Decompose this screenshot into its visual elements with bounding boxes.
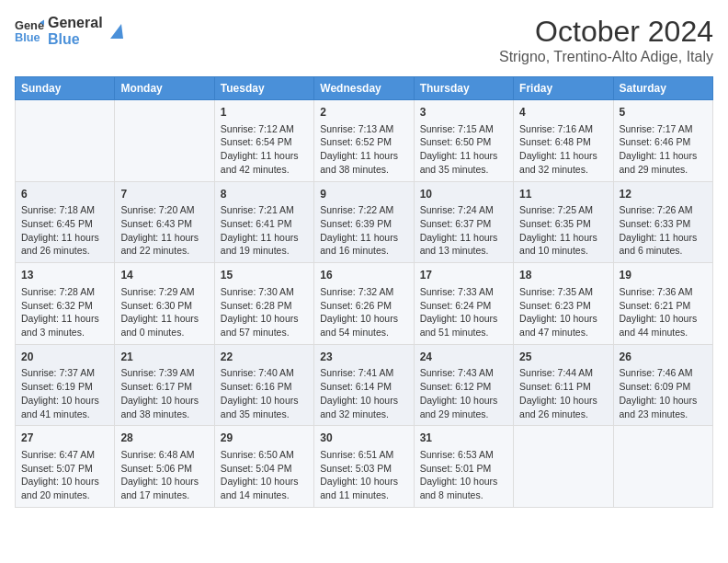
calendar-cell: 16Sunrise: 7:32 AMSunset: 6:26 PMDayligh… <box>314 263 414 345</box>
calendar-cell: 22Sunrise: 7:40 AMSunset: 6:16 PMDayligh… <box>214 344 313 426</box>
day-number: 11 <box>519 187 607 202</box>
day-number: 6 <box>21 187 108 202</box>
day-info: Daylight: 11 hours and 3 minutes. <box>21 312 108 339</box>
day-info: Sunrise: 7:20 AM <box>120 203 208 217</box>
day-number: 10 <box>420 187 507 202</box>
day-info: Sunset: 6:43 PM <box>120 217 208 231</box>
day-number: 24 <box>420 350 507 365</box>
day-info: Daylight: 11 hours and 10 minutes. <box>519 231 607 258</box>
day-info: Daylight: 11 hours and 16 minutes. <box>320 231 407 258</box>
logo: General Blue General Blue <box>15 15 125 48</box>
day-info: Sunrise: 7:12 AM <box>221 122 308 136</box>
day-number: 15 <box>221 268 308 283</box>
day-info: Sunset: 6:17 PM <box>120 380 208 394</box>
logo-triangle-icon <box>107 22 125 40</box>
logo-blue: Blue <box>48 31 103 48</box>
day-info: Sunrise: 7:18 AM <box>21 203 108 217</box>
day-info: Daylight: 11 hours and 32 minutes. <box>519 149 607 176</box>
day-info: Daylight: 10 hours and 8 minutes. <box>420 475 507 501</box>
day-info: Daylight: 11 hours and 29 minutes. <box>620 149 707 176</box>
day-info: Sunset: 6:19 PM <box>21 380 108 394</box>
day-info: Sunrise: 7:36 AM <box>620 285 707 299</box>
day-info: Sunset: 6:32 PM <box>21 299 108 313</box>
day-info: Sunset: 6:28 PM <box>221 299 308 313</box>
day-info: Daylight: 10 hours and 54 minutes. <box>320 312 407 339</box>
day-info: Sunset: 6:41 PM <box>221 217 308 231</box>
day-number: 4 <box>519 105 607 121</box>
header-saturday: Saturday <box>613 77 712 100</box>
day-info: Sunset: 5:07 PM <box>21 462 108 476</box>
calendar-cell <box>514 426 613 508</box>
day-info: Daylight: 10 hours and 20 minutes. <box>21 475 108 501</box>
day-info: Sunrise: 7:41 AM <box>320 366 407 380</box>
calendar-cell: 1Sunrise: 7:12 AMSunset: 6:54 PMDaylight… <box>214 100 313 182</box>
day-number: 30 <box>320 431 407 446</box>
day-number: 29 <box>221 431 308 446</box>
day-info: Sunrise: 7:43 AM <box>420 366 507 380</box>
day-number: 12 <box>620 187 707 202</box>
day-info: Daylight: 10 hours and 29 minutes. <box>420 394 507 420</box>
calendar-cell: 6Sunrise: 7:18 AMSunset: 6:45 PMDaylight… <box>16 181 115 263</box>
calendar-cell: 10Sunrise: 7:24 AMSunset: 6:37 PMDayligh… <box>414 181 513 263</box>
day-info: Sunset: 5:01 PM <box>420 462 507 476</box>
day-info: Sunset: 6:23 PM <box>519 299 607 313</box>
calendar-cell: 2Sunrise: 7:13 AMSunset: 6:52 PMDaylight… <box>314 100 414 182</box>
calendar-cell: 27Sunrise: 6:47 AMSunset: 5:07 PMDayligh… <box>16 426 115 508</box>
day-number: 20 <box>21 350 108 365</box>
day-info: Daylight: 11 hours and 42 minutes. <box>221 149 308 176</box>
day-info: Daylight: 10 hours and 38 minutes. <box>120 394 208 420</box>
month-title: October 2024 <box>499 15 713 49</box>
calendar-cell <box>613 426 712 508</box>
day-info: Sunset: 6:45 PM <box>21 217 108 231</box>
day-number: 2 <box>320 105 407 121</box>
day-info: Sunrise: 7:13 AM <box>320 122 407 136</box>
day-info: Sunrise: 7:22 AM <box>320 203 407 217</box>
day-number: 1 <box>221 105 308 121</box>
day-info: Sunset: 6:30 PM <box>120 299 208 313</box>
calendar-cell: 24Sunrise: 7:43 AMSunset: 6:12 PMDayligh… <box>414 344 513 426</box>
day-info: Sunrise: 7:26 AM <box>620 203 707 217</box>
day-info: Sunset: 6:39 PM <box>320 217 407 231</box>
day-info: Sunrise: 7:21 AM <box>221 203 308 217</box>
day-number: 23 <box>320 350 407 365</box>
day-info: Sunset: 6:37 PM <box>420 217 507 231</box>
calendar-cell: 9Sunrise: 7:22 AMSunset: 6:39 PMDaylight… <box>314 181 414 263</box>
day-info: Daylight: 11 hours and 6 minutes. <box>620 231 707 258</box>
day-info: Sunrise: 7:29 AM <box>120 285 208 299</box>
day-number: 22 <box>221 350 308 365</box>
day-info: Sunrise: 7:16 AM <box>519 122 607 136</box>
day-info: Sunrise: 7:37 AM <box>21 366 108 380</box>
calendar-cell: 19Sunrise: 7:36 AMSunset: 6:21 PMDayligh… <box>613 263 712 345</box>
day-info: Daylight: 10 hours and 11 minutes. <box>320 475 407 501</box>
day-info: Daylight: 11 hours and 22 minutes. <box>120 231 208 258</box>
header-tuesday: Tuesday <box>214 77 313 100</box>
day-number: 14 <box>120 268 208 283</box>
logo-icon: General Blue <box>15 17 44 46</box>
calendar-week-5: 27Sunrise: 6:47 AMSunset: 5:07 PMDayligh… <box>16 426 713 508</box>
day-info: Sunrise: 6:51 AM <box>320 448 407 462</box>
calendar-cell: 7Sunrise: 7:20 AMSunset: 6:43 PMDaylight… <box>115 181 214 263</box>
svg-text:Blue: Blue <box>15 30 40 44</box>
day-number: 26 <box>620 350 707 365</box>
day-info: Sunrise: 7:44 AM <box>519 366 607 380</box>
header-monday: Monday <box>115 77 214 100</box>
day-info: Sunrise: 7:28 AM <box>21 285 108 299</box>
day-info: Sunset: 6:48 PM <box>519 135 607 149</box>
title-block: October 2024 Strigno, Trentino-Alto Adig… <box>499 15 713 65</box>
day-info: Sunrise: 7:30 AM <box>221 285 308 299</box>
day-number: 3 <box>420 105 507 121</box>
calendar-cell: 4Sunrise: 7:16 AMSunset: 6:48 PMDaylight… <box>514 100 613 182</box>
day-info: Sunset: 6:11 PM <box>519 380 607 394</box>
day-info: Sunset: 6:21 PM <box>620 299 707 313</box>
calendar-cell: 30Sunrise: 6:51 AMSunset: 5:03 PMDayligh… <box>314 426 414 508</box>
day-number: 28 <box>120 431 208 446</box>
day-info: Sunset: 6:12 PM <box>420 380 507 394</box>
day-number: 13 <box>21 268 108 283</box>
calendar-cell: 13Sunrise: 7:28 AMSunset: 6:32 PMDayligh… <box>16 263 115 345</box>
day-info: Sunrise: 6:47 AM <box>21 448 108 462</box>
calendar-cell: 28Sunrise: 6:48 AMSunset: 5:06 PMDayligh… <box>115 426 214 508</box>
day-number: 31 <box>420 431 507 446</box>
calendar-cell: 5Sunrise: 7:17 AMSunset: 6:46 PMDaylight… <box>613 100 712 182</box>
location-subtitle: Strigno, Trentino-Alto Adige, Italy <box>499 49 713 65</box>
day-info: Daylight: 10 hours and 57 minutes. <box>221 312 308 339</box>
